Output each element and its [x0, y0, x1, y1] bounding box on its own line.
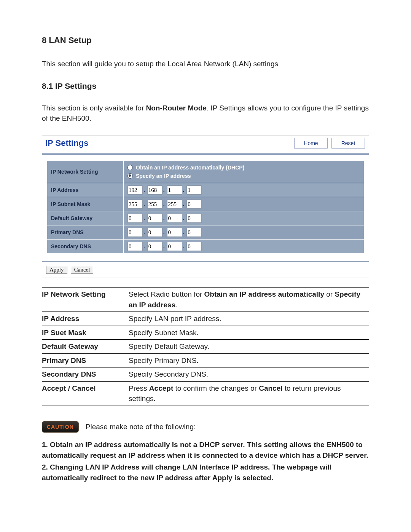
- radio-label: Specify an IP address: [136, 172, 191, 180]
- radio-label: Obtain an IP address automatically (DHCP…: [136, 164, 244, 171]
- desc-key: Secondary DNS: [42, 367, 129, 382]
- config-table: IP Network Setting Obtain an IP address …: [47, 160, 364, 254]
- subsection-intro: This section is only available for Non-R…: [42, 103, 369, 124]
- primary-dns-inputs: . . .: [124, 225, 364, 240]
- desc-key: Default Gateway: [42, 340, 129, 354]
- gateway-inputs: . . .: [124, 211, 364, 225]
- dot-icon: .: [143, 229, 145, 235]
- pdns-octet-4[interactable]: [186, 228, 202, 237]
- apply-button[interactable]: Apply: [46, 266, 67, 274]
- desc-value: Specify LAN port IP address.: [129, 312, 369, 326]
- row-label: Secondary DNS: [47, 240, 124, 254]
- panel-title: IP Settings: [45, 137, 88, 149]
- dot-icon: .: [163, 229, 165, 235]
- radio-icon: [127, 165, 133, 170]
- pdns-octet-3[interactable]: [167, 228, 182, 237]
- dot-icon: .: [163, 201, 165, 207]
- text-bold: Non-Router Mode: [146, 104, 207, 112]
- dot-icon: .: [143, 243, 145, 249]
- pdns-octet-1[interactable]: [127, 228, 143, 237]
- gateway-octet-1[interactable]: [127, 214, 143, 223]
- desc-value: Select Radio button for Obtain an IP add…: [129, 288, 369, 312]
- sdns-octet-2[interactable]: [147, 242, 162, 251]
- dot-icon: .: [163, 243, 165, 249]
- dot-icon: .: [183, 201, 185, 207]
- caution-note-1: 1. Obtain an IP address automatically is…: [42, 439, 369, 460]
- desc-value: Press Accept to confirm the changes or C…: [129, 381, 369, 406]
- ip-octet-4[interactable]: [186, 185, 202, 195]
- section-intro: This section will guide you to setup the…: [42, 59, 369, 69]
- row-label: Default Gateway: [47, 211, 124, 225]
- radio-dhcp[interactable]: Obtain an IP address automatically (DHCP…: [127, 164, 360, 171]
- desc-key: IP Suet Mask: [42, 326, 129, 340]
- home-button[interactable]: Home: [294, 138, 328, 149]
- section-title: 8 LAN Setup: [42, 34, 369, 46]
- desc-value: Specify Primary DNS.: [129, 353, 369, 367]
- desc-key: IP Network Setting: [42, 288, 129, 312]
- dot-icon: .: [163, 215, 165, 221]
- dot-icon: .: [143, 201, 145, 207]
- text: This section is only available for: [42, 104, 146, 112]
- sdns-octet-3[interactable]: [167, 242, 182, 251]
- panel-header: IP Settings Home Reset: [42, 136, 369, 153]
- gateway-octet-3[interactable]: [167, 214, 182, 223]
- row-label: IP Network Setting: [47, 160, 124, 183]
- text: to confirm the changes or: [173, 384, 259, 392]
- radio-specify[interactable]: Specify an IP address: [127, 172, 360, 180]
- row-label: IP Address: [47, 183, 124, 197]
- caution-badge: CAUTION: [42, 421, 79, 433]
- text-bold: Obtain an IP address automatically: [204, 290, 324, 298]
- text: or: [324, 290, 335, 298]
- subnet-octet-2[interactable]: [147, 200, 162, 209]
- text-bold: Accept: [149, 384, 173, 392]
- row-label: Primary DNS: [47, 225, 124, 240]
- dot-icon: .: [163, 187, 165, 193]
- subnet-inputs: . . .: [124, 197, 364, 211]
- subnet-octet-4[interactable]: [186, 200, 202, 209]
- desc-value: Specify Default Gateway.: [129, 340, 369, 354]
- caution-lead: Please make note of the following:: [86, 422, 196, 432]
- ip-octet-1[interactable]: [127, 185, 143, 195]
- panel-separator: [42, 153, 369, 155]
- secondary-dns-inputs: . . .: [124, 240, 364, 254]
- desc-key: Accept / Cancel: [42, 381, 129, 406]
- caution-line: CAUTION Please make note of the followin…: [42, 421, 369, 433]
- dot-icon: .: [183, 215, 185, 221]
- cancel-button[interactable]: Cancel: [71, 266, 94, 274]
- dot-icon: .: [183, 229, 185, 235]
- ip-settings-panel: IP Settings Home Reset IP Network Settin…: [42, 135, 369, 278]
- ip-octet-2[interactable]: [147, 185, 162, 195]
- caution-note-2: 2. Changing LAN IP Address will change L…: [42, 462, 369, 483]
- description-table: IP Network Setting Select Radio button f…: [42, 287, 369, 406]
- reset-button[interactable]: Reset: [331, 138, 365, 149]
- desc-value: Specify Secondary DNS.: [129, 367, 369, 382]
- pdns-octet-2[interactable]: [147, 228, 162, 237]
- desc-key: Primary DNS: [42, 353, 129, 367]
- dot-icon: .: [143, 215, 145, 221]
- subsection-title: 8.1 IP Settings: [42, 80, 369, 92]
- subnet-octet-3[interactable]: [167, 200, 182, 209]
- gateway-octet-2[interactable]: [147, 214, 162, 223]
- subnet-octet-1[interactable]: [127, 200, 143, 209]
- sdns-octet-1[interactable]: [127, 242, 143, 251]
- panel-buttons: Home Reset: [294, 138, 365, 149]
- desc-value: Specify Subnet Mask.: [129, 326, 369, 340]
- text: Press: [129, 384, 149, 392]
- text: .: [175, 301, 177, 309]
- radio-icon: [127, 173, 133, 179]
- ip-address-inputs: . . .: [124, 183, 364, 197]
- sdns-octet-4[interactable]: [186, 242, 202, 251]
- desc-key: IP Address: [42, 312, 129, 326]
- text: Select Radio button for: [129, 290, 204, 298]
- row-label: IP Subnet Mask: [47, 197, 124, 211]
- dot-icon: .: [143, 187, 145, 193]
- dot-icon: .: [183, 243, 185, 249]
- panel-actions: Apply Cancel: [42, 261, 369, 278]
- row-value: Obtain an IP address automatically (DHCP…: [124, 160, 364, 183]
- gateway-octet-4[interactable]: [186, 214, 202, 223]
- text-bold: Cancel: [259, 384, 282, 392]
- dot-icon: .: [183, 187, 185, 193]
- ip-octet-3[interactable]: [167, 185, 182, 195]
